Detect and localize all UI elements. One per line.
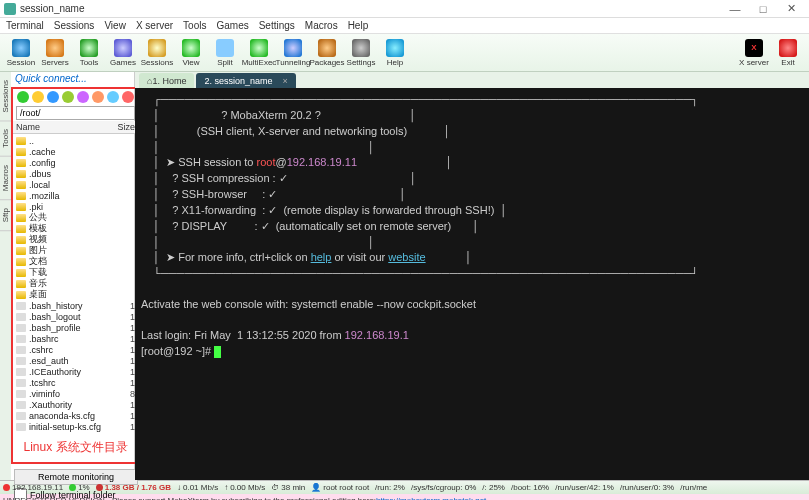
file-name: .cshrc: [29, 345, 119, 355]
file-row[interactable]: .esd_auth1: [13, 355, 138, 366]
sidetab-sftp[interactable]: Sftp: [0, 200, 11, 231]
last-login: Last login: Fri May 1 13:12:55 2020 from: [141, 329, 345, 341]
file-toolbar: [13, 89, 138, 105]
help-link[interactable]: help: [311, 251, 332, 263]
upload-icon[interactable]: [92, 91, 104, 103]
website-link[interactable]: website: [388, 251, 425, 263]
close-button[interactable]: ✕: [777, 2, 805, 15]
toolbar-multi[interactable]: MultiExec: [242, 35, 276, 71]
file-size: 1: [119, 334, 135, 344]
file-row[interactable]: anaconda-ks.cfg1: [13, 410, 138, 421]
folder-icon: [16, 203, 26, 211]
file-row[interactable]: .tcshrc1: [13, 377, 138, 388]
file-row[interactable]: initial-setup-ks.cfg1: [13, 421, 138, 432]
file-row[interactable]: ..: [13, 135, 138, 146]
up-icon[interactable]: [32, 91, 44, 103]
home-icon[interactable]: [47, 91, 59, 103]
tab-session[interactable]: 2. session_name×: [196, 73, 295, 88]
toolbar-session[interactable]: Session: [4, 35, 38, 71]
file-row[interactable]: .mozilla: [13, 190, 138, 201]
delete-icon[interactable]: [122, 91, 134, 103]
tab-close-icon[interactable]: ×: [283, 76, 288, 86]
menu-view[interactable]: View: [104, 20, 126, 31]
path-input[interactable]: /root/: [16, 106, 135, 120]
status-up: ↑0.00 Mb/s: [224, 483, 265, 492]
menu-help[interactable]: Help: [348, 20, 369, 31]
file-tree: ...cache.config.dbus.local.mozilla.pki公共…: [13, 134, 138, 433]
col-name[interactable]: Name: [16, 122, 113, 132]
file-row[interactable]: .Xauthority1: [13, 399, 138, 410]
maximize-button[interactable]: □: [749, 3, 777, 15]
file-row[interactable]: .config: [13, 157, 138, 168]
file-row[interactable]: 桌面: [13, 289, 138, 300]
menu-macros[interactable]: Macros: [305, 20, 338, 31]
file-row[interactable]: .ICEauthority1: [13, 366, 138, 377]
file-row[interactable]: .cache: [13, 146, 138, 157]
sidetab-tools[interactable]: Tools: [0, 121, 11, 157]
sftp-file-browser: /root/ Name Size ...cache.config.dbus.lo…: [11, 87, 140, 464]
menu-tools[interactable]: Tools: [183, 20, 206, 31]
banner-subtitle: (SSH client, X-server and networking too…: [197, 125, 407, 137]
status-disk-f: /run/user/0: 3%: [620, 483, 674, 492]
file-row[interactable]: .bash_history1: [13, 300, 138, 311]
col-size[interactable]: Size: [113, 122, 135, 132]
file-icon: [16, 335, 26, 343]
minimize-button[interactable]: —: [721, 3, 749, 15]
folder-icon: [16, 170, 26, 178]
quick-connect[interactable]: Quick connect...: [11, 72, 141, 85]
toolbar-tunnel[interactable]: Tunneling: [276, 35, 310, 71]
exit-icon: [779, 39, 797, 57]
file-row[interactable]: .bash_profile1: [13, 322, 138, 333]
refresh-icon[interactable]: [17, 91, 29, 103]
menu-settings[interactable]: Settings: [259, 20, 295, 31]
tab-session-label: 2. session_name: [204, 76, 272, 86]
file-row[interactable]: .dbus: [13, 168, 138, 179]
ssh-user: root: [257, 156, 276, 168]
toolbar-view[interactable]: View: [174, 35, 208, 71]
toolbar-help[interactable]: Help: [378, 35, 412, 71]
folder-icon: [16, 181, 26, 189]
file-icon: [16, 379, 26, 387]
folder-icon: [16, 291, 26, 299]
toolbar-settings[interactable]: Settings: [344, 35, 378, 71]
toolbar-split[interactable]: Split: [208, 35, 242, 71]
footer-link[interactable]: https://mobaxterm.mobatek.net: [376, 496, 486, 501]
file-row[interactable]: .viminfo8: [13, 388, 138, 399]
menu-games[interactable]: Games: [216, 20, 248, 31]
menu-sessions[interactable]: Sessions: [54, 20, 95, 31]
toolbar-xserver[interactable]: XX server: [737, 35, 771, 71]
sidetab-macros[interactable]: Macros: [0, 157, 11, 200]
file-row[interactable]: .local: [13, 179, 138, 190]
session-icon: [12, 39, 30, 57]
newfolder-icon[interactable]: [107, 91, 119, 103]
file-icon: [16, 346, 26, 354]
file-name: .bash_logout: [29, 312, 119, 322]
terminal-area: 1. Home 2. session_name× ┌──────────────…: [135, 72, 809, 480]
file-name: .dbus: [29, 169, 119, 179]
status-disk-a: /run: 2%: [375, 483, 405, 492]
file-name: .Xauthority: [29, 400, 119, 410]
prompt: [root@192 ~]#: [141, 345, 214, 357]
find-icon[interactable]: [62, 91, 74, 103]
toolbar-tools[interactable]: Tools: [72, 35, 106, 71]
folder-icon: [16, 236, 26, 244]
file-size: 1: [119, 422, 135, 432]
toolbar-pkg[interactable]: Packages: [310, 35, 344, 71]
servers-icon: [46, 39, 64, 57]
menu-xserver[interactable]: X server: [136, 20, 173, 31]
toolbar-games[interactable]: Games: [106, 35, 140, 71]
menu-terminal[interactable]: Terminal: [6, 20, 44, 31]
tab-home[interactable]: 1. Home: [139, 73, 194, 88]
file-row[interactable]: .bash_logout1: [13, 311, 138, 322]
toolbar-sessions[interactable]: Sessions: [140, 35, 174, 71]
file-row[interactable]: .bashrc1: [13, 333, 138, 344]
window-title: session_name: [20, 3, 721, 14]
sidetab-sessions[interactable]: Sessions: [0, 72, 11, 121]
terminal[interactable]: ┌───────────────────────────────────────…: [135, 88, 809, 480]
download-icon[interactable]: [77, 91, 89, 103]
status-uptime: ⏱38 min: [271, 483, 305, 492]
toolbar-servers[interactable]: Servers: [38, 35, 72, 71]
status-down: ↓0.01 Mb/s: [177, 483, 218, 492]
file-row[interactable]: .cshrc1: [13, 344, 138, 355]
toolbar-exit[interactable]: Exit: [771, 35, 805, 71]
